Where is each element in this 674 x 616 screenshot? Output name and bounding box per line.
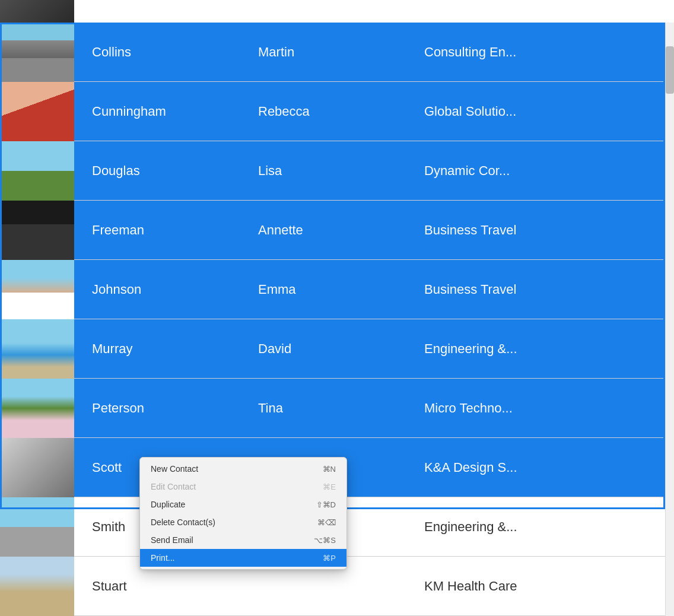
menu-item-shortcut: ⌘N: [323, 465, 336, 474]
menu-item-edit-contact: Edit Contact⌘E: [140, 478, 346, 496]
contact-first-name: Tina: [258, 401, 424, 416]
contact-last-name: Johnson: [92, 282, 258, 297]
avatar: [0, 319, 74, 379]
menu-item-label: Edit Contact: [151, 482, 196, 491]
menu-item-shortcut: ⇧⌘D: [316, 500, 336, 509]
contact-first-name: Annette: [258, 223, 424, 238]
partial-top-row: [0, 0, 674, 23]
contact-last-name: Murray: [92, 341, 258, 357]
menu-item-shortcut: ⌘E: [323, 482, 336, 491]
menu-item-label: Delete Contact(s): [151, 517, 215, 527]
contact-last-name: Douglas: [92, 163, 258, 179]
contact-company: Global Solutio...: [424, 104, 656, 119]
menu-item-shortcut: ⌘P: [323, 554, 336, 563]
contact-last-name: Stuart: [92, 579, 258, 594]
contact-row[interactable]: MurrayDavidEngineering &...: [0, 319, 674, 379]
contact-row[interactable]: CollinsMartinConsulting En...: [0, 23, 674, 82]
contact-row[interactable]: JohnsonEmmaBusiness Travel: [0, 260, 674, 319]
menu-item-print[interactable]: Print...⌘P: [140, 549, 346, 567]
context-menu: New Contact⌘NEdit Contact⌘EDuplicate⇧⌘DD…: [139, 457, 347, 570]
menu-item-shortcut: ⌥⌘S: [314, 536, 336, 545]
contact-row[interactable]: PetersonTinaMicro Techno...: [0, 379, 674, 438]
contact-first-name: Martin: [258, 45, 424, 60]
contact-last-name: Cunningham: [92, 104, 258, 119]
avatar: [0, 497, 74, 557]
avatar: [0, 201, 74, 260]
avatar: [0, 260, 74, 319]
menu-item-delete-contacts[interactable]: Delete Contact(s)⌘⌫: [140, 513, 346, 531]
contact-first-name: Emma: [258, 282, 424, 297]
contact-company: Engineering &...: [424, 341, 656, 357]
menu-item-new-contact[interactable]: New Contact⌘N: [140, 460, 346, 478]
contact-row[interactable]: FreemanAnnetteBusiness Travel: [0, 201, 674, 260]
contact-first-name: David: [258, 341, 424, 357]
contact-row[interactable]: CunninghamRebeccaGlobal Solutio...: [0, 82, 674, 141]
avatar: [0, 82, 74, 141]
contact-last-name: Collins: [92, 45, 258, 60]
contact-row[interactable]: DouglasLisaDynamic Cor...: [0, 141, 674, 201]
avatar: [0, 557, 74, 616]
contact-company: K&A Design S...: [424, 460, 656, 475]
contact-company: KM Health Care: [424, 579, 656, 594]
menu-item-label: Print...: [151, 553, 174, 563]
contact-first-name: Rebecca: [258, 104, 424, 119]
contact-company: Micro Techno...: [424, 401, 656, 416]
contact-last-name: Freeman: [92, 223, 258, 238]
menu-item-label: New Contact: [151, 464, 198, 474]
scrollbar-track[interactable]: [665, 23, 674, 616]
avatar: [0, 0, 74, 23]
contact-company: Dynamic Cor...: [424, 163, 656, 179]
menu-item-duplicate[interactable]: Duplicate⇧⌘D: [140, 496, 346, 513]
avatar: [0, 141, 74, 201]
menu-item-shortcut: ⌘⌫: [317, 518, 336, 527]
contact-company: Business Travel: [424, 282, 656, 297]
menu-item-send-email[interactable]: Send Email⌥⌘S: [140, 531, 346, 549]
avatar: [0, 379, 74, 438]
menu-item-label: Send Email: [151, 535, 193, 545]
menu-item-label: Duplicate: [151, 500, 185, 509]
contact-company: Engineering &...: [424, 519, 656, 535]
contact-first-name: Lisa: [258, 163, 424, 179]
contact-company: Consulting En...: [424, 45, 656, 60]
scrollbar-thumb[interactable]: [666, 46, 674, 94]
avatar: [0, 438, 74, 497]
contact-company: Business Travel: [424, 223, 656, 238]
contact-last-name: Peterson: [92, 401, 258, 416]
avatar: [0, 23, 74, 82]
